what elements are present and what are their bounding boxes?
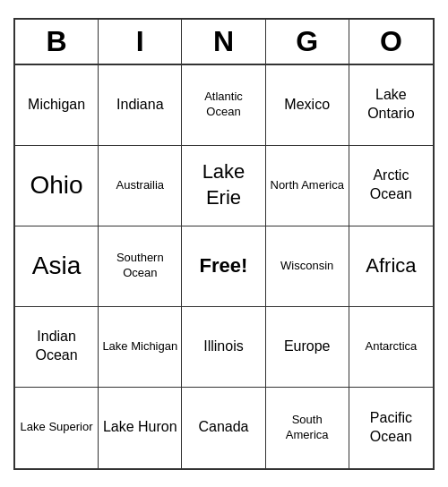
bingo-cell[interactable]: Free! [182, 226, 265, 307]
bingo-cell[interactable]: North America [266, 146, 349, 226]
bingo-cell[interactable]: Lake Superior [15, 388, 99, 468]
bingo-cell[interactable]: Wisconsin [266, 226, 349, 307]
cell-label: Pacific Ocean [353, 409, 429, 447]
cell-label: Mexico [284, 96, 330, 115]
bingo-grid: MichiganIndianaAtlantic OceanMexicoLake … [15, 65, 433, 468]
bingo-cell[interactable]: Pacific Ocean [349, 388, 433, 468]
header-letter: B [15, 20, 99, 64]
header-letter: N [182, 20, 265, 64]
bingo-cell[interactable]: Lake Ontario [349, 65, 433, 146]
cell-label: Atlantic Ocean [185, 90, 261, 120]
bingo-cell[interactable]: Lake Michigan [99, 307, 182, 388]
bingo-cell[interactable]: Indiana [99, 65, 182, 146]
bingo-cell[interactable]: Ohio [15, 146, 99, 226]
cell-label: Africa [366, 253, 416, 279]
cell-label: Free! [200, 253, 248, 279]
cell-label: Canada [198, 418, 248, 437]
cell-label: North America [271, 178, 344, 193]
bingo-cell[interactable]: Lake Huron [99, 388, 182, 468]
cell-label: Ohio [30, 169, 83, 201]
bingo-cell[interactable]: Indian Ocean [15, 307, 99, 388]
bingo-cell[interactable]: Michigan [15, 65, 99, 146]
cell-label: Arctic Ocean [353, 167, 429, 204]
bingo-cell[interactable]: Illinois [182, 307, 265, 388]
cell-label: Michigan [28, 96, 85, 115]
cell-label: Austrailia [116, 178, 164, 193]
bingo-cell[interactable]: Atlantic Ocean [182, 65, 265, 146]
cell-label: Southern Ocean [102, 251, 177, 281]
cell-label: Lake Superior [21, 420, 93, 435]
bingo-cell[interactable]: Arctic Ocean [349, 146, 433, 226]
bingo-header: BINGO [15, 20, 433, 65]
bingo-cell[interactable]: Mexico [266, 65, 349, 146]
bingo-cell[interactable]: Antarctica [349, 307, 433, 388]
bingo-cell[interactable]: Asia [15, 226, 99, 307]
bingo-cell[interactable]: Africa [349, 226, 433, 307]
cell-label: Lake Michigan [102, 339, 177, 355]
cell-label: Indiana [116, 96, 164, 115]
cell-label: Europe [284, 337, 331, 356]
cell-label: Lake Huron [103, 418, 177, 437]
cell-label: South America [270, 413, 345, 443]
header-letter: I [99, 20, 182, 64]
cell-label: Wisconsin [280, 259, 333, 274]
bingo-cell[interactable]: Austrailia [99, 146, 182, 226]
cell-label: Asia [32, 250, 81, 282]
cell-label: Lake Ontario [353, 86, 429, 124]
bingo-card: BINGO MichiganIndianaAtlantic OceanMexic… [13, 18, 435, 470]
bingo-cell[interactable]: Canada [182, 388, 265, 468]
cell-label: Indian Ocean [19, 328, 94, 365]
header-letter: G [266, 20, 349, 64]
bingo-cell[interactable]: Europe [266, 307, 349, 388]
bingo-cell[interactable]: South America [266, 388, 349, 468]
bingo-cell[interactable]: Southern Ocean [99, 226, 182, 307]
bingo-cell[interactable]: Lake Erie [182, 146, 265, 226]
header-letter: O [349, 20, 433, 64]
cell-label: Lake Erie [185, 159, 261, 210]
cell-label: Antarctica [365, 339, 417, 355]
cell-label: Illinois [203, 337, 243, 356]
